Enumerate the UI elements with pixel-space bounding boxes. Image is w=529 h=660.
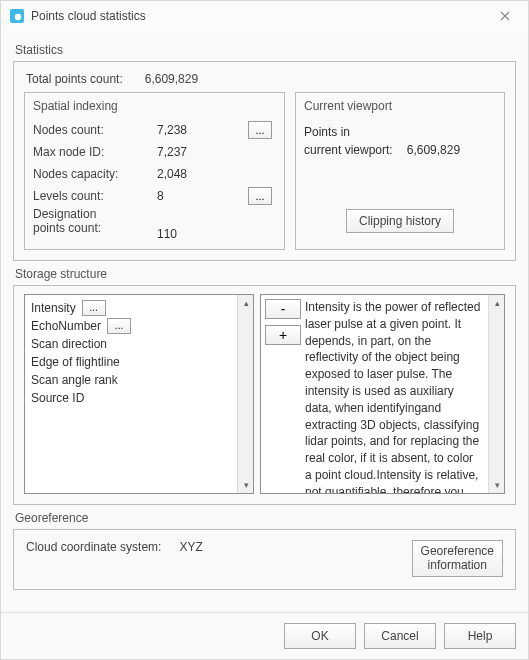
viewport-points-value: 6,609,829	[407, 141, 460, 159]
storage-structure-group: Intensity...EchoNumber...Scan directionE…	[13, 285, 516, 505]
section-label-storage: Storage structure	[15, 267, 516, 281]
statistics-group: Total points count: 6,609,829 Spatial in…	[13, 61, 516, 261]
window-title: Points cloud statistics	[31, 9, 490, 23]
levels-count-value: 8	[157, 189, 242, 203]
list-item[interactable]: Source ID	[31, 389, 231, 407]
current-viewport-group: Current viewport Points in current viewp…	[295, 92, 505, 250]
cancel-button[interactable]: Cancel	[364, 623, 436, 649]
levels-count-label: Levels count:	[33, 189, 151, 203]
titlebar: Points cloud statistics	[1, 1, 528, 31]
list-item[interactable]: Scan direction	[31, 335, 231, 353]
nodes-count-more-button[interactable]: ...	[248, 121, 272, 139]
scroll-up-icon[interactable]: ▴	[238, 295, 254, 311]
list-item-more-button[interactable]: ...	[82, 300, 106, 316]
georeference-info-button[interactable]: Georeferenceinformation	[412, 540, 503, 577]
close-button[interactable]	[490, 1, 520, 31]
collapse-button[interactable]: -	[265, 299, 301, 319]
list-item[interactable]: EchoNumber...	[31, 317, 231, 335]
scroll-down-icon[interactable]: ▾	[489, 477, 505, 493]
svg-point-1	[15, 14, 21, 20]
dialog-body: Statistics Total points count: 6,609,829…	[1, 31, 528, 612]
expand-button[interactable]: +	[265, 325, 301, 345]
georeference-group: Cloud coordinate system: XYZ Georeferenc…	[13, 529, 516, 590]
designation-points-label: Designation points count:	[33, 207, 151, 235]
section-label-statistics: Statistics	[15, 43, 516, 57]
list-item-label: Edge of flightline	[31, 355, 120, 369]
nodes-count-value: 7,238	[157, 123, 242, 137]
list-item-label: Intensity	[31, 301, 76, 315]
current-viewport-title: Current viewport	[304, 99, 496, 113]
total-points-row: Total points count: 6,609,829	[24, 70, 505, 92]
spatial-indexing-group: Spatial indexing Nodes count: 7,238 ... …	[24, 92, 285, 250]
list-item-label: Scan direction	[31, 337, 107, 351]
viewport-points-label: Points in current viewport: 6,609,829	[304, 119, 496, 163]
coordinate-system-label: Cloud coordinate system:	[26, 540, 161, 554]
section-label-georeference: Georeference	[15, 511, 516, 525]
list-item-label: Source ID	[31, 391, 84, 405]
ok-button[interactable]: OK	[284, 623, 356, 649]
scroll-down-icon[interactable]: ▾	[238, 477, 254, 493]
levels-count-more-button[interactable]: ...	[248, 187, 272, 205]
spatial-indexing-title: Spatial indexing	[33, 99, 276, 113]
scroll-up-icon[interactable]: ▴	[489, 295, 505, 311]
list-item-label: EchoNumber	[31, 319, 101, 333]
list-item[interactable]: Intensity...	[31, 299, 231, 317]
nodes-count-label: Nodes count:	[33, 123, 151, 137]
total-points-value: 6,609,829	[145, 72, 198, 86]
app-icon	[9, 8, 25, 24]
list-item[interactable]: Scan angle rank	[31, 371, 231, 389]
list-item[interactable]: Edge of flightline	[31, 353, 231, 371]
nodes-capacity-value: 2,048	[157, 167, 242, 181]
dialog-window: Points cloud statistics Statistics Total…	[0, 0, 529, 660]
designation-points-value: 110	[157, 227, 242, 241]
nodes-capacity-label: Nodes capacity:	[33, 167, 151, 181]
total-points-label: Total points count:	[26, 72, 123, 86]
scrollbar[interactable]: ▴ ▾	[237, 295, 253, 493]
list-item-more-button[interactable]: ...	[107, 318, 131, 334]
scrollbar[interactable]: ▴ ▾	[488, 295, 504, 493]
dialog-footer: OK Cancel Help	[1, 612, 528, 659]
help-button[interactable]: Help	[444, 623, 516, 649]
clipping-history-button[interactable]: Clipping history	[346, 209, 454, 233]
list-item-label: Scan angle rank	[31, 373, 118, 387]
storage-fields-listbox[interactable]: Intensity...EchoNumber...Scan directionE…	[24, 294, 254, 494]
max-node-id-label: Max node ID:	[33, 145, 151, 159]
coordinate-system-value: XYZ	[179, 540, 202, 554]
storage-description-box: - + Intensity is the power of reflected …	[260, 294, 505, 494]
max-node-id-value: 7,237	[157, 145, 242, 159]
